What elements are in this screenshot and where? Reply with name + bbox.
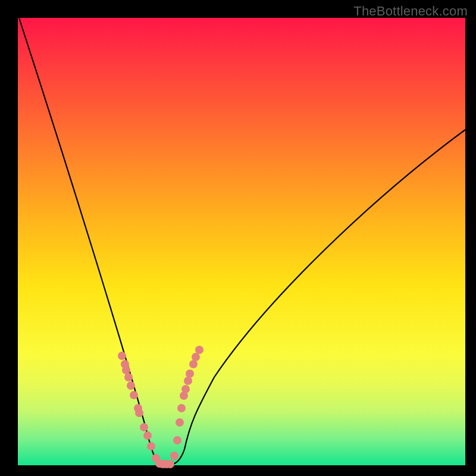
data-point xyxy=(186,369,194,378)
dots-group xyxy=(118,346,203,468)
data-point xyxy=(127,381,135,390)
curve-left-branch xyxy=(19,18,161,464)
data-point xyxy=(166,460,174,468)
data-point xyxy=(184,377,192,385)
data-point xyxy=(118,352,126,360)
data-point xyxy=(130,391,138,399)
curve-right-branch xyxy=(171,130,465,464)
data-point xyxy=(192,353,200,361)
plot-area xyxy=(18,18,465,465)
data-point xyxy=(124,373,133,381)
data-point xyxy=(189,360,198,368)
data-point xyxy=(147,442,155,450)
data-point xyxy=(122,366,130,374)
data-point xyxy=(173,436,181,444)
chart-frame: TheBottleneck.com xyxy=(0,0,476,476)
data-point xyxy=(140,423,148,431)
data-point xyxy=(177,404,186,412)
data-point xyxy=(180,392,188,400)
watermark-text: TheBottleneck.com xyxy=(353,4,468,19)
data-point xyxy=(135,409,143,417)
data-point xyxy=(195,346,203,354)
chart-svg xyxy=(18,18,465,465)
data-point xyxy=(170,452,178,460)
data-point xyxy=(176,418,184,427)
data-point xyxy=(143,431,152,440)
